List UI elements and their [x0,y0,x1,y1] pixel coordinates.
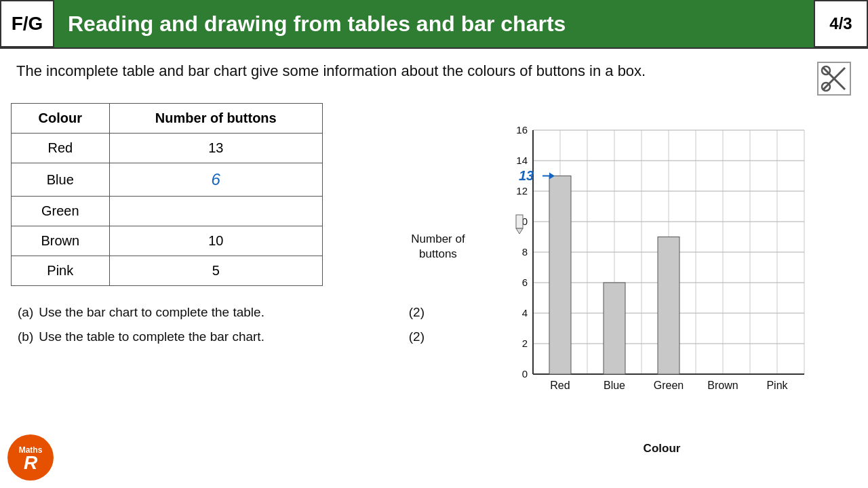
svg-text:6: 6 [522,277,528,288]
chart-container: Number ofbuttons 0246810121416RedBlueGre… [452,110,831,476]
svg-text:Blue: Blue [604,380,625,391]
svg-text:Green: Green [654,380,684,391]
page-title: Reading and drawing from tables and bar … [54,0,814,47]
svg-text:4: 4 [522,307,528,319]
question-b: (b) Use the table to complete the bar ch… [18,329,425,344]
table-cell-count: 13 [109,134,322,163]
svg-text:0: 0 [522,368,528,380]
question-a-label: (a) [18,305,33,320]
svg-text:8: 8 [522,246,528,258]
col-header-colour: Colour [12,104,110,134]
left-panel: Colour Number of buttons Red13Blue6Green… [11,103,445,476]
question-a-marks: (2) [409,305,425,320]
data-table: Colour Number of buttons Red13Blue6Green… [11,103,323,286]
svg-text:2: 2 [522,338,528,349]
y-axis-label: Number ofbuttons [411,232,465,262]
table-row: Blue6 [12,163,323,197]
chart-area: 0246810121416RedBlueGreenBrownPink13 [506,117,818,415]
svg-text:12: 12 [516,185,528,197]
table-row: Pink5 [12,256,323,286]
maths-logo: Maths R [7,434,54,481]
chart-svg: 0246810121416RedBlueGreenBrownPink13 [506,117,818,415]
questions-section: (a) Use the bar chart to complete the ta… [11,300,431,359]
table-cell-colour: Brown [12,226,110,256]
table-cell-count: 6 [109,163,322,197]
question-b-label: (b) [18,329,33,344]
table-row: Green [12,197,323,226]
table-cell-count: 5 [109,256,322,286]
svg-text:Brown: Brown [707,380,738,391]
question-b-text: Use the table to complete the bar chart. [39,329,403,344]
table-cell-colour: Pink [12,256,110,286]
table-row: Red13 [12,134,323,163]
question-a: (a) Use the bar chart to complete the ta… [18,305,425,320]
svg-text:R: R [24,452,38,473]
table-cell-count [109,197,322,226]
svg-rect-47 [516,215,523,228]
description-section: The incomplete table and bar chart give … [0,49,868,103]
table-cell-count: 10 [109,226,322,256]
svg-text:Red: Red [550,380,570,391]
svg-text:16: 16 [516,124,528,136]
table-cell-colour: Red [12,134,110,163]
svg-text:14: 14 [516,155,528,166]
svg-rect-36 [549,176,571,375]
question-b-marks: (2) [409,329,425,344]
table-cell-colour: Green [12,197,110,226]
header: F/G Reading and drawing from tables and … [0,0,868,49]
scissors-icon [816,61,852,96]
table-cell-colour: Blue [12,163,110,197]
description-text: The incomplete table and bar chart give … [16,61,810,82]
page-number: 4/3 [814,0,868,47]
svg-text:Pink: Pink [766,380,788,391]
svg-rect-40 [658,237,679,375]
col-header-count: Number of buttons [109,104,322,134]
svg-rect-38 [604,283,625,374]
question-a-text: Use the bar chart to complete the table. [39,305,403,320]
main-content: Colour Number of buttons Red13Blue6Green… [0,103,868,476]
logo-svg: Maths R [7,434,54,481]
x-axis-label: Colour [506,442,818,455]
table-row: Brown10 [12,226,323,256]
svg-marker-48 [516,228,523,234]
chart-section: Number ofbuttons 0246810121416RedBlueGre… [445,103,857,476]
fg-label: F/G [0,0,54,47]
svg-text:13: 13 [519,168,534,183]
